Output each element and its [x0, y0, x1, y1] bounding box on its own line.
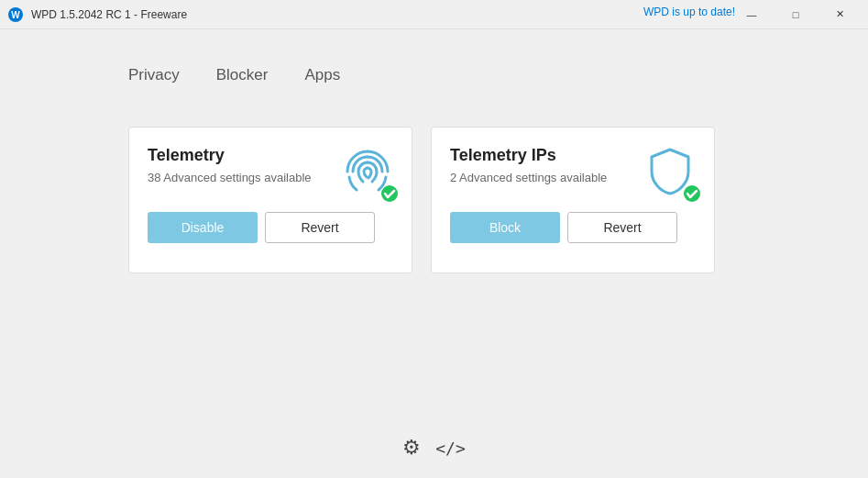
tab-privacy[interactable]: Privacy	[128, 66, 180, 90]
svg-point-3	[684, 185, 700, 202]
nav-tabs: Privacy Blocker Apps	[128, 66, 740, 90]
telemetry-card-buttons: Disable Revert	[148, 212, 393, 243]
disable-button[interactable]: Disable	[148, 212, 258, 243]
main-content: Privacy Blocker Apps Telemetry 38 Advanc…	[0, 29, 868, 292]
svg-point-2	[381, 185, 398, 202]
cards-container: Telemetry 38 Advanced settings available	[128, 127, 740, 273]
app-title: WPD 1.5.2042 RC 1 - Freeware	[31, 8, 187, 21]
app-logo: W	[7, 6, 24, 23]
tab-blocker[interactable]: Blocker	[216, 66, 269, 90]
titlebar: W WPD 1.5.2042 RC 1 - Freeware — □ ✕	[0, 0, 868, 29]
update-status: WPD is up to date!	[643, 6, 735, 18]
svg-text:W: W	[11, 10, 20, 20]
telemetry-revert-button[interactable]: Revert	[265, 212, 375, 243]
block-button[interactable]: Block	[450, 212, 560, 243]
tab-apps[interactable]: Apps	[304, 66, 340, 90]
telemetry-check-badge	[380, 184, 399, 203]
window-controls: — □ ✕	[731, 0, 861, 29]
fingerprint-icon	[340, 144, 395, 199]
footer: ⚙ </>	[0, 436, 868, 460]
telemetry-card: Telemetry 38 Advanced settings available	[128, 127, 412, 273]
settings-icon[interactable]: ⚙	[402, 436, 421, 460]
telemetry-ips-card: Telemetry IPs 2 Advanced settings availa…	[431, 127, 715, 273]
shield-check-badge	[683, 184, 701, 203]
shield-icon	[643, 144, 698, 199]
code-icon[interactable]: </>	[435, 439, 466, 458]
telemetry-ips-revert-button[interactable]: Revert	[567, 212, 677, 243]
minimize-button[interactable]: —	[731, 0, 773, 29]
close-button[interactable]: ✕	[819, 0, 861, 29]
titlebar-left: W WPD 1.5.2042 RC 1 - Freeware	[7, 6, 187, 23]
maximize-button[interactable]: □	[775, 0, 817, 29]
telemetry-ips-card-buttons: Block Revert	[450, 212, 696, 243]
